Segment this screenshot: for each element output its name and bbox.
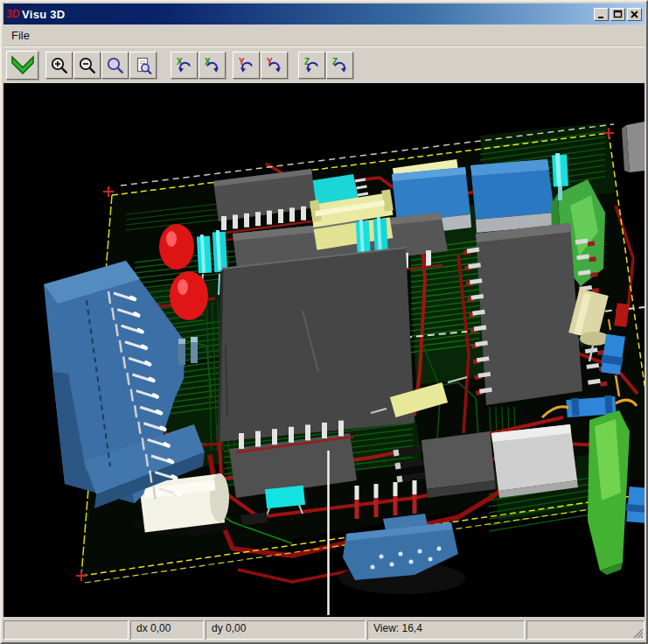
go-button[interactable] [6,51,38,80]
status-panel-extra [526,620,645,640]
status-panel-view: View: 16,4 [367,620,525,640]
capacitor-lead [219,274,219,295]
menu-bar: File [3,25,645,46]
menu-file[interactable]: File [3,27,38,44]
diode-band [571,398,579,416]
window-controls [594,8,642,21]
toolbar: X X Y Y [3,46,645,83]
capacitor-lead [558,186,562,200]
close-button[interactable] [627,8,642,21]
led-red-hl [166,231,177,247]
pin-header-top [191,337,198,342]
app-icon: 3D [6,8,22,20]
rotate-y-ccw-icon: Y [237,56,256,75]
rotate-x-ccw-icon: X [175,56,194,75]
rotate-y-cw-icon: Y [265,56,284,75]
db9-pin [418,550,422,554]
zoom-in-button[interactable] [45,52,73,79]
rotate-y-cw-button[interactable]: Y [261,52,288,79]
app-window: 3D Visu 3D File [0,0,648,644]
maximize-button[interactable] [610,8,625,21]
rotate-y-ccw-button[interactable]: Y [233,52,260,79]
ic [422,431,495,489]
green-arrow-icon [9,52,37,79]
rotate-z-cw-button[interactable]: Z [326,52,353,79]
rotate-x-cw-icon: X [203,56,222,75]
status-panel-dx: dx 0,00 [130,620,204,640]
ic-dip-large [476,223,582,405]
db9-pin [371,565,375,570]
db9-pin [399,552,403,556]
rotate-x-ccw-button[interactable]: X [171,52,198,79]
viewport-3d[interactable] [3,83,645,617]
rotate-x-cw-button[interactable]: X [199,52,226,79]
rotate-z-ccw-icon: Z [303,56,322,75]
pin-header-top [178,339,185,344]
title-bar: 3D Visu 3D [3,4,645,24]
status-panel-dy: dy 0,00 [206,620,366,640]
status-bar: dx 0,00 dy 0,00 View: 16,4 [3,618,645,640]
led-red [159,224,194,270]
db9-pin [409,560,414,564]
maximize-icon [613,10,623,19]
magnifier-button[interactable] [101,52,129,79]
db9-pin [390,563,394,567]
db9-pin [380,555,384,559]
close-icon [630,10,639,19]
status-panel-general [3,620,129,640]
db9-pin [429,557,433,562]
zoom-out-button[interactable] [73,52,101,79]
db9-pin [437,547,442,551]
rotate-z-cw-icon: Z [331,56,350,75]
rotate-z-ccw-button[interactable]: Z [298,52,325,79]
window-title: Visu 3D [22,8,594,21]
minimize-button[interactable] [594,8,609,21]
magnifier-icon [106,56,125,75]
zoom-in-icon [50,56,69,75]
ic-main [219,248,415,442]
print-preview-icon [134,56,153,75]
scene [3,83,645,617]
zoom-out-icon [78,56,97,75]
print-preview-button[interactable] [129,52,157,79]
diode-band [604,396,612,414]
led-red [170,271,208,320]
resize-grip[interactable] [631,626,644,639]
minimize-icon [596,10,606,19]
led-red-hl [178,279,188,295]
